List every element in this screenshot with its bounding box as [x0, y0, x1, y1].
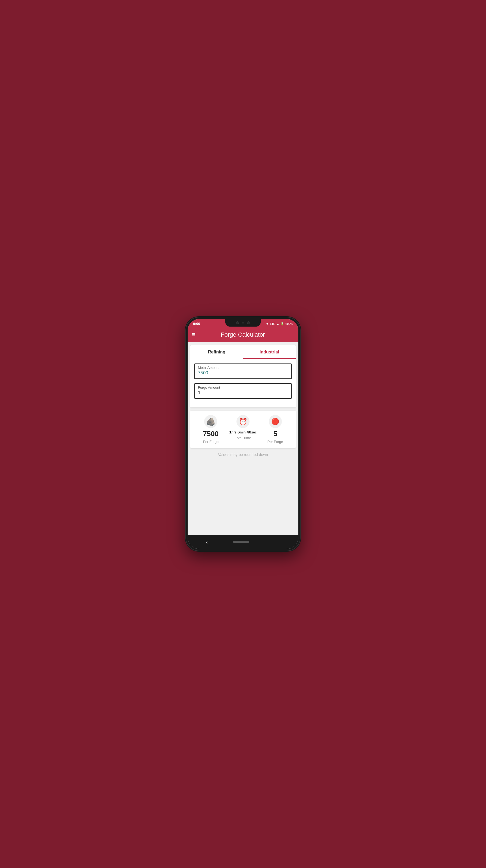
metal-amount-input-group: Metal Amount	[194, 364, 292, 379]
home-pill[interactable]	[233, 541, 249, 543]
front-camera-2	[247, 321, 250, 324]
seconds-value: 40	[247, 430, 251, 434]
back-button[interactable]: ‹	[206, 539, 208, 545]
total-time-label: Total Time	[235, 436, 251, 440]
metal-amount-label: Metal Amount	[198, 366, 288, 370]
phone-screen: 9:00 ▼ LTE ▲ 🔋 100% ≡ Forge Calculator R…	[188, 319, 298, 549]
results-row: 🪨 7500 Per Forge ⏰ 1hrs 6min 40se	[195, 415, 291, 444]
clock-icon: ⏰	[239, 417, 247, 426]
network-label: LTE	[270, 322, 275, 326]
clock-icon-container: ⏰	[236, 415, 250, 428]
disclaimer-text: Values may be rounded down	[188, 450, 298, 459]
sulfur-icon-container: 🔴	[269, 415, 282, 428]
hamburger-menu-icon[interactable]: ≡	[192, 331, 196, 338]
forge-amount-input-group: Forge Amount	[194, 383, 292, 399]
tab-refining[interactable]: Refining	[190, 345, 243, 359]
bottom-nav: ‹	[188, 535, 298, 549]
sulfur-per-forge-label: Per Forge	[267, 440, 283, 444]
app-header: ≡ Forge Calculator	[188, 328, 298, 342]
metal-per-forge-value: 7500	[203, 430, 219, 438]
sec-label: sec	[251, 430, 257, 434]
status-time: 9:00	[193, 322, 200, 326]
metal-result-item: 🪨 7500 Per Forge	[195, 415, 227, 444]
status-icons: ▼ LTE ▲ 🔋 100%	[266, 322, 293, 326]
sulfur-icon: 🔴	[271, 418, 279, 425]
signal-icon: ▲	[277, 322, 279, 326]
tab-card: Refining Industrial Metal Amount Forge A…	[190, 345, 296, 407]
metal-per-forge-label: Per Forge	[203, 440, 219, 444]
battery-percent: 100%	[285, 322, 293, 326]
notch-sensor	[242, 322, 244, 323]
tab-industrial[interactable]: Industrial	[243, 345, 296, 359]
wifi-icon: ▼	[266, 322, 269, 326]
app-title: Forge Calculator	[200, 331, 286, 338]
hrs-label: hrs	[232, 430, 236, 434]
total-time-value: 1hrs 6min 40sec	[229, 430, 257, 434]
front-camera	[236, 321, 239, 324]
phone-frame: 9:00 ▼ LTE ▲ 🔋 100% ≡ Forge Calculator R…	[186, 317, 300, 551]
form-area: Metal Amount Forge Amount	[190, 359, 296, 407]
forge-amount-input[interactable]	[198, 390, 288, 396]
time-result-item: ⏰ 1hrs 6min 40sec Total Time	[227, 415, 259, 440]
notch	[225, 319, 261, 327]
rock-icon: 🪨	[206, 417, 216, 426]
forge-amount-label: Forge Amount	[198, 385, 288, 390]
hours-value: 1	[229, 430, 232, 434]
tabs-container: Refining Industrial	[190, 345, 296, 359]
results-card: 🪨 7500 Per Forge ⏰ 1hrs 6min 40se	[190, 411, 296, 448]
sulfur-per-forge-value: 5	[273, 430, 277, 438]
battery-icon: 🔋	[281, 322, 284, 326]
rock-icon-container: 🪨	[204, 415, 217, 428]
sulfur-result-item: 🔴 5 Per Forge	[259, 415, 291, 444]
metal-amount-input[interactable]	[198, 370, 288, 376]
app-content: Refining Industrial Metal Amount Forge A…	[188, 342, 298, 535]
min-label: min	[240, 430, 246, 434]
